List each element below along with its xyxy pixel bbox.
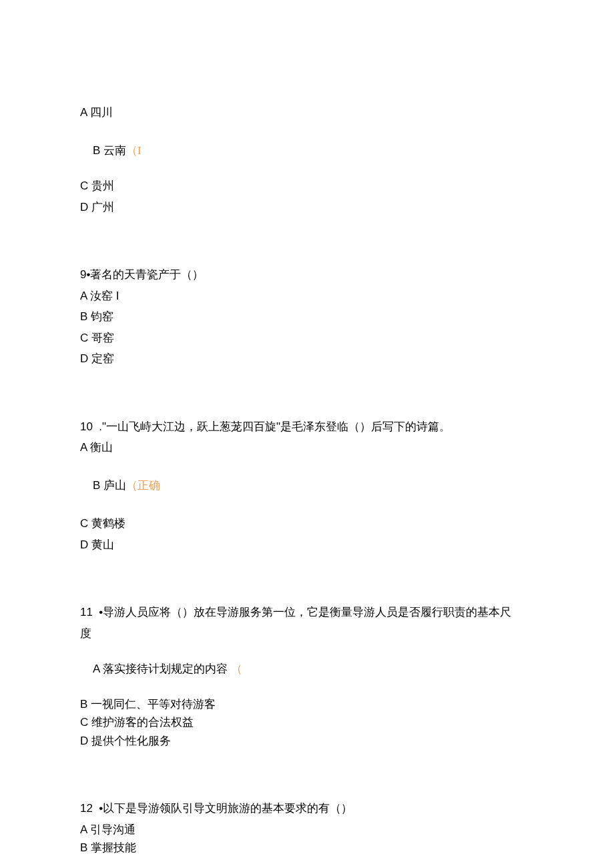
option-b: B 云南（I (80, 125, 614, 177)
option-b-text: B 庐山 (93, 479, 126, 492)
correct-mark: （ (231, 663, 242, 675)
option-b: B 钧窑 (80, 308, 614, 326)
option-a: A 汝窑 I (80, 288, 614, 305)
option-b: B 掌握技能 (80, 839, 614, 857)
question-prompt: 12 •以下是导游领队引导文明旅游的基本要求的有（） (80, 800, 614, 817)
question-prompt-line1: 11 •导游人员应将（）放在导游服务第一位，它是衡量导游人员是否履行职责的基本尺 (80, 604, 614, 621)
option-d: D 广州 (80, 199, 614, 216)
option-c: C 哥窑 (80, 330, 614, 347)
question-11: 11 •导游人员应将（）放在导游服务第一位，它是衡量导游人员是否履行职责的基本尺… (80, 604, 614, 749)
option-b-text: B 云南 (93, 144, 126, 157)
question-10: 10 ."一山飞峙大江边，跃上葱茏四百旋"是毛泽东登临（）后写下的诗篇。 A 衡… (80, 418, 614, 554)
question-12: 12 •以下是导游领队引导文明旅游的基本要求的有（） A 引导沟通 B 掌握技能 (80, 800, 614, 857)
question-9: 9•著名的天青瓷产于（） A 汝窑 I B 钧窑 C 哥窑 D 定窑 (80, 266, 614, 368)
option-a: A 四川 (80, 104, 614, 121)
option-a-text: A 落实接待计划规定的内容 (93, 663, 228, 675)
option-d: D 提供个性化服务 (80, 733, 614, 750)
option-c: C 维护游客的合法权益 (80, 714, 614, 731)
correct-mark: （I (126, 144, 141, 157)
option-c: C 黄鹤楼 (80, 515, 614, 532)
option-c: C 贵州 (80, 177, 614, 195)
option-b: B 一视同仁、平等对待游客 (80, 696, 614, 713)
option-a: A 引导沟通 (80, 821, 614, 839)
option-a: A 落实接待计划规定的内容 （ (80, 643, 614, 695)
option-a: A 衡山 (80, 439, 614, 456)
option-d: D 定窑 (80, 350, 614, 368)
option-b: B 庐山（正确 (80, 460, 614, 512)
question-prompt: 9•著名的天青瓷产于（） (80, 266, 614, 284)
question-prompt: 10 ."一山飞峙大江边，跃上葱茏四百旋"是毛泽东登临（）后写下的诗篇。 (80, 418, 614, 436)
option-d: D 黄山 (80, 536, 614, 554)
correct-mark: （正确 (126, 479, 160, 492)
question-8-options: A 四川 B 云南（I C 贵州 D 广州 (80, 104, 614, 215)
question-prompt-line2: 度 (80, 625, 614, 642)
